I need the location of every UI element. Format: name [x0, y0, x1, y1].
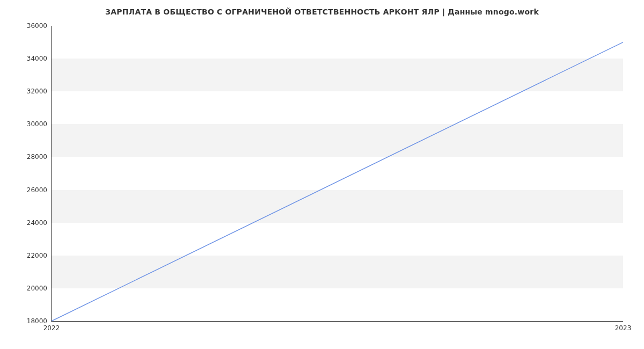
y-tick-label: 20000 — [27, 285, 52, 292]
line-series — [52, 26, 623, 321]
y-tick-label: 22000 — [27, 252, 52, 259]
y-tick-label: 34000 — [27, 55, 52, 62]
y-tick-label: 28000 — [27, 153, 52, 161]
series-line — [52, 42, 623, 321]
chart-container: ЗАРПЛАТА В ОБЩЕСТВО С ОГРАНИЧЕНОЙ ОТВЕТС… — [0, 0, 644, 349]
chart-title: ЗАРПЛАТА В ОБЩЕСТВО С ОГРАНИЧЕНОЙ ОТВЕТС… — [0, 8, 644, 16]
y-tick-label: 26000 — [27, 186, 52, 194]
plot-area: 1800020000220002400026000280003000032000… — [51, 26, 623, 322]
y-tick-label: 32000 — [27, 88, 52, 95]
y-tick-label: 36000 — [27, 22, 52, 30]
y-tick-label: 30000 — [27, 120, 52, 128]
x-tick-label: 2023 — [615, 321, 632, 332]
y-tick-label: 24000 — [27, 219, 52, 227]
x-tick-label: 2022 — [43, 321, 60, 332]
